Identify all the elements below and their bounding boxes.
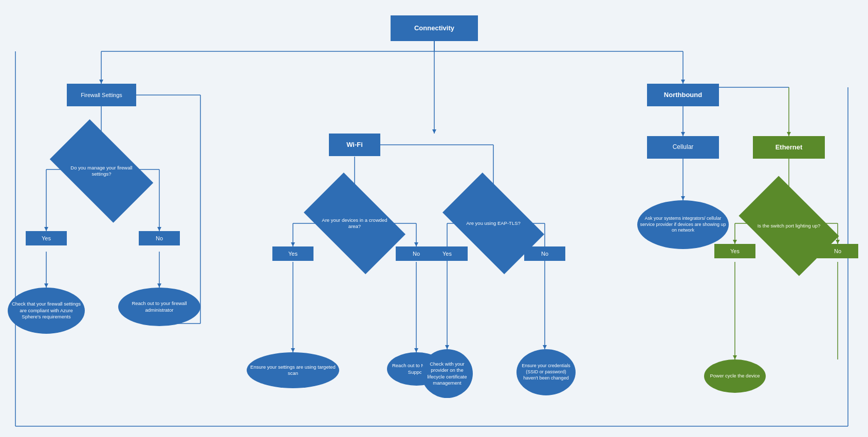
svg-marker-31 xyxy=(291,242,295,246)
check-provider-node: Check with your provider on the lifecycl… xyxy=(421,349,473,398)
reach-out-admin-node: Reach out to your firewall administrator xyxy=(118,288,200,326)
no-switch-node: No xyxy=(817,244,858,258)
yes-eap-node: Yes xyxy=(427,246,468,261)
svg-marker-53 xyxy=(787,132,791,136)
svg-marker-60 xyxy=(733,240,737,244)
svg-marker-63 xyxy=(836,240,840,244)
northbound-node: Northbound xyxy=(647,84,719,106)
ask-systems-node: Ask your systems integrators/ cellular s… xyxy=(637,200,729,249)
ethernet-node: Ethernet xyxy=(753,136,825,159)
ensure-credentials-node: Ensure your credentials (SSID or passwor… xyxy=(516,349,576,395)
yes-firewall-node: Yes xyxy=(26,231,67,245)
svg-marker-9 xyxy=(681,80,685,84)
svg-marker-55 xyxy=(681,196,685,200)
wifi-node: Wi-Fi xyxy=(329,134,380,156)
yes-switch-node: Yes xyxy=(714,244,755,258)
check-firewall-node: Check that your firewall settings are co… xyxy=(8,288,85,334)
svg-marker-49 xyxy=(681,132,685,136)
svg-marker-21 xyxy=(157,283,161,288)
eap-diamond: Are you using EAP-TLS? xyxy=(450,195,537,252)
svg-marker-47 xyxy=(543,345,547,349)
ensure-targeted-node: Ensure your settings are using targeted … xyxy=(247,352,339,388)
firewall-settings-node: Firewall Settings xyxy=(67,84,136,106)
svg-marker-3 xyxy=(99,80,103,84)
svg-marker-17 xyxy=(157,227,161,231)
no-firewall-node: No xyxy=(139,231,180,245)
svg-marker-36 xyxy=(291,348,295,352)
svg-marker-19 xyxy=(44,283,48,288)
svg-marker-65 xyxy=(733,355,737,359)
connectivity-node: Connectivity xyxy=(391,15,478,41)
cellular-node: Cellular xyxy=(647,136,719,159)
svg-marker-14 xyxy=(44,227,48,231)
crowded-diamond: Are your devices in a crowded area? xyxy=(311,195,398,252)
svg-marker-44 xyxy=(445,345,449,349)
manage-diamond: Do you manage your firewall settings? xyxy=(57,143,146,199)
no-eap-node: No xyxy=(524,246,565,261)
yes-crowded-node: Yes xyxy=(272,246,313,261)
svg-marker-5 xyxy=(432,129,436,134)
svg-marker-34 xyxy=(414,242,418,246)
flowchart-canvas: Connectivity Firewall Settings Do you ma… xyxy=(0,0,868,437)
svg-marker-38 xyxy=(414,348,418,352)
power-cycle-node: Power cycle the device xyxy=(704,359,766,393)
